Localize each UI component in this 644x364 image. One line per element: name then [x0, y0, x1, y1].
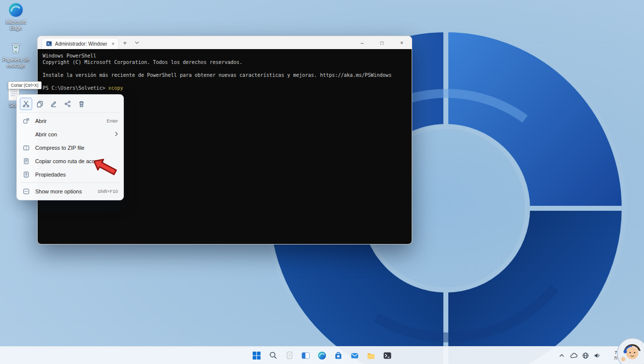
share-icon — [64, 100, 71, 108]
desktop: Microsoft Edge Papelera de reciclaje Sol… — [0, 0, 644, 364]
menu-item-shortcut: Shift+F10 — [98, 188, 118, 194]
volume-button[interactable] — [593, 352, 601, 360]
chevron-down-icon — [135, 41, 139, 44]
terminal-tab[interactable]: Administrador: Windows Powe × — [42, 38, 119, 49]
maximize-button[interactable]: □ — [372, 36, 392, 49]
menu-item-show-more-options[interactable]: Show more options Shift+F10 — [19, 184, 121, 198]
copy-icon — [36, 100, 44, 108]
rename-button[interactable] — [48, 98, 60, 110]
annotation-arrow — [91, 153, 123, 182]
speaker-icon — [594, 353, 601, 359]
chevron-up-icon — [559, 354, 564, 357]
terminal-line-blank — [43, 65, 407, 72]
edge-icon — [8, 2, 24, 18]
terminal-prompt-line: PS C:\Users\Solvetic>xcopy — [43, 85, 407, 91]
context-menu: Abrir Enter Abrir con Compress to ZIP fi… — [16, 94, 124, 200]
more-options-icon — [22, 187, 30, 195]
folder-icon — [367, 351, 376, 360]
menu-item-label: Abrir con — [35, 131, 57, 137]
open-icon — [22, 117, 30, 124]
powershell-icon — [46, 41, 52, 47]
search-icon — [269, 351, 277, 360]
close-button[interactable]: × — [392, 36, 412, 49]
prompt-text: PS C:\Users\Solvetic> — [43, 85, 105, 91]
tab-title: Administrador: Windows Powe — [55, 41, 107, 47]
window-controls: – □ × — [352, 36, 412, 49]
typed-command: xcopy — [108, 85, 123, 91]
store-icon — [334, 351, 343, 360]
menu-item-label: Propiedades — [35, 172, 66, 178]
terminal-line-blank — [43, 78, 407, 85]
terminal-button[interactable] — [381, 349, 394, 362]
desktop-icon-label: Papelera de reciclaje — [0, 57, 32, 69]
window-titlebar[interactable]: Administrador: Windows Powe × + – □ × — [38, 36, 412, 49]
menu-item-compress-zip[interactable]: Compress to ZIP file — [19, 141, 121, 154]
task-view-icon — [301, 351, 310, 360]
zip-icon — [22, 144, 30, 151]
menu-item-label: Abrir — [35, 118, 47, 124]
search-button[interactable] — [267, 349, 279, 362]
share-button[interactable] — [61, 98, 74, 110]
properties-icon — [22, 171, 30, 178]
terminal-line: Instale la versión más reciente de Power… — [43, 72, 407, 78]
cut-button[interactable] — [20, 98, 32, 110]
desktop-icon-recycle-bin[interactable]: Papelera de reciclaje — [0, 40, 32, 69]
taskbar-center — [250, 347, 394, 364]
menu-item-open[interactable]: Abrir Enter — [19, 114, 121, 127]
delete-icon — [78, 100, 85, 108]
mail-button[interactable] — [348, 349, 361, 362]
terminal-line: Copyright (C) Microsoft Corporation. Tod… — [43, 59, 407, 65]
quick-actions-row — [19, 97, 121, 113]
desktop-icon-label: Microsoft Edge — [0, 19, 32, 31]
menu-item-icon-placeholder — [22, 130, 30, 138]
mail-icon — [350, 351, 359, 360]
menu-item-label: Show more options — [35, 188, 82, 194]
document-app-button[interactable] — [283, 349, 296, 362]
mascot-overlay — [616, 337, 644, 364]
cloud-icon — [570, 353, 578, 359]
minimize-button[interactable]: – — [352, 36, 372, 49]
terminal-icon — [383, 351, 392, 360]
onedrive-button[interactable] — [570, 352, 578, 360]
task-view-button[interactable] — [299, 349, 312, 362]
cut-tooltip: Cortar (Ctrl+X) — [8, 81, 42, 89]
cut-icon — [22, 100, 30, 108]
store-button[interactable] — [332, 349, 345, 362]
taskbar: 7:14 PM 7/1/2021 — [0, 346, 644, 364]
menu-item-label: Compress to ZIP file — [35, 145, 84, 151]
copy-button[interactable] — [34, 98, 46, 110]
tab-dropdown-button[interactable] — [131, 36, 143, 49]
edge-button[interactable] — [316, 349, 328, 362]
system-tray — [558, 347, 601, 364]
rename-icon — [50, 100, 57, 108]
tab-close-icon[interactable]: × — [110, 41, 116, 47]
new-tab-button[interactable]: + — [119, 36, 131, 49]
copy-path-icon — [22, 157, 30, 165]
menu-item-shortcut: Enter — [107, 118, 118, 123]
network-button[interactable] — [582, 352, 590, 360]
desktop-icon-edge[interactable]: Microsoft Edge — [0, 2, 32, 31]
recycle-bin-icon — [8, 40, 24, 56]
file-explorer-button[interactable] — [365, 349, 377, 362]
menu-item-open-with[interactable]: Abrir con — [19, 127, 121, 141]
edge-taskbar-icon — [318, 351, 326, 360]
delete-button[interactable] — [75, 98, 88, 110]
start-button[interactable] — [250, 349, 263, 362]
tray-chevron-button[interactable] — [558, 352, 566, 360]
network-icon — [582, 352, 589, 359]
menu-separator — [21, 182, 119, 183]
submenu-chevron-icon — [115, 131, 118, 137]
terminal-line: Windows PowerShell — [43, 53, 407, 59]
windows-logo-icon — [252, 351, 261, 360]
document-app-icon — [285, 351, 294, 360]
